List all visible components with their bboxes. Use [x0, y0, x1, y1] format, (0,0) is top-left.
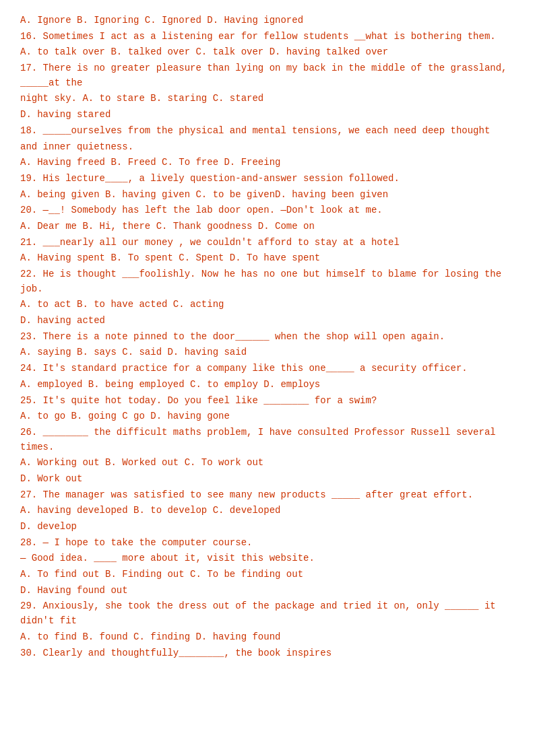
content-line-13: 21. ___nearly all our money , we couldn'… [20, 236, 515, 250]
content-line-18: 23. There is a note pinned to the door__… [20, 330, 515, 345]
content-line-2: A. to talk over B. talked over C. talk o… [20, 45, 515, 60]
content-line-6: 18. _____ourselves from the physical and… [20, 124, 515, 139]
content-line-33: D. Having found out [20, 584, 515, 598]
content-line-9: 19. His lecture____, a lively question-a… [20, 172, 515, 186]
content-line-4: night sky. A. to stare B. staring C. sta… [20, 92, 515, 106]
content-line-28: A. having developed B. to develop C. dev… [20, 504, 515, 518]
content-line-10: A. being given B. having given C. to be … [20, 188, 515, 203]
content-line-7: and inner quietness. [20, 140, 515, 155]
content-line-21: A. employed B. being employed C. to empl… [20, 378, 515, 392]
content-line-26: D. Work out [20, 472, 515, 487]
content-line-3: 17. There is no greater pleasure than ly… [20, 61, 515, 90]
content-line-5: D. having stared [20, 108, 515, 123]
content-line-17: D. having acted [20, 314, 515, 329]
content-line-8: A. Having freed B. Freed C. To free D. F… [20, 156, 515, 170]
content-line-23: A. to go B. going C go D. having gone [20, 409, 515, 424]
content-line-19: A. saying B. says C. said D. having said [20, 345, 515, 360]
content-line-15: 22. He is thought ___foolishly. Now he h… [20, 267, 515, 296]
content-line-27: 27. The manager was satisfied to see man… [20, 488, 515, 503]
content-line-11: 20. —__! Somebody has left the lab door … [20, 203, 515, 218]
content-line-25: A. Working out B. Worked out C. To work … [20, 456, 515, 471]
content-line-1: 16. Sometimes I act as a listening ear f… [20, 30, 515, 44]
content-line-20: 24. It's standard practice for a company… [20, 362, 515, 376]
content-line-30: 28. — I hope to take the computer course… [20, 536, 515, 551]
content-line-0: A. Ignore B. Ignoring C. Ignored D. Havi… [20, 13, 515, 28]
content-line-22: 25. It's quite hot today. Do you feel li… [20, 394, 515, 409]
content-line-34: 29. Anxiously, she took the dress out of… [20, 599, 515, 628]
content-line-14: A. Having spent B. To spent C. Spent D. … [20, 251, 515, 266]
main-content: A. Ignore B. Ignoring C. Ignored D. Havi… [20, 13, 515, 660]
content-line-24: 26. ________ the difficult maths problem… [20, 425, 515, 454]
content-line-31: — Good idea. ____ more about it, visit t… [20, 551, 515, 566]
content-line-35: A. to find B. found C. finding D. having… [20, 630, 515, 645]
content-line-16: A. to act B. to have acted C. acting [20, 298, 515, 312]
content-line-12: A. Dear me B. Hi, there C. Thank goodnes… [20, 219, 515, 234]
content-line-36: 30. Clearly and thoughtfully________, th… [20, 646, 515, 661]
content-line-29: D. develop [20, 520, 515, 535]
content-line-32: A. To find out B. Finding out C. To be f… [20, 568, 515, 582]
